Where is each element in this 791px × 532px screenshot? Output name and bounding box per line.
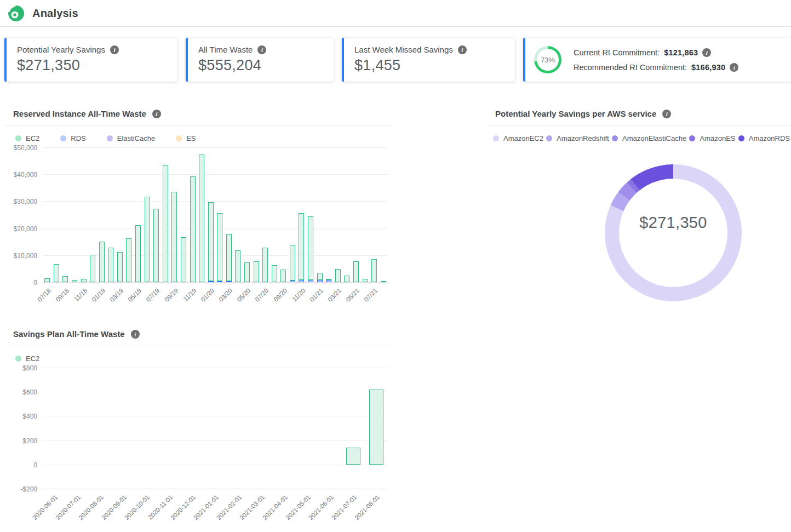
recommended-ri-commitment-row: Recommended RI Commitment: $166,930 i [574, 63, 738, 72]
bar-segment-ec2 [371, 259, 377, 282]
bar-segment-ec2 [344, 276, 349, 282]
bar-segment-ec2 [126, 238, 131, 282]
x-axis-tick-label: 05/19 [127, 287, 143, 303]
legend-dot [738, 135, 744, 141]
legend-item-amazones[interactable]: AmazonES [689, 134, 735, 142]
bar-2020-06-01 [43, 368, 66, 465]
bar-03/19 [116, 147, 125, 282]
bar-2020-09-01 [112, 368, 135, 465]
info-icon[interactable]: i [152, 110, 161, 118]
stat-card-potential-yearly-savings: Potential Yearly Savings i $271,350 [4, 38, 177, 82]
ri-chart-legend: EC2RDSElastiCacheES [5, 126, 393, 147]
bar-segment-ec2 [117, 252, 123, 282]
x-axis-tick-label: 01/20 [199, 287, 215, 303]
info-icon[interactable]: i [662, 110, 671, 118]
bar-segment-ec2 [262, 248, 268, 283]
bar-07/20 [261, 147, 270, 282]
bar-10/18 [70, 147, 79, 282]
bar-segment-ec2 [308, 216, 313, 280]
legend-item-ec2[interactable]: EC2 [15, 134, 39, 142]
legend-item-rds[interactable]: RDS [60, 134, 85, 142]
x-axis-tick-label: 11/20 [291, 287, 306, 302]
info-icon[interactable]: i [131, 330, 140, 339]
legend-dot [546, 135, 552, 141]
donut-chart-legend: AmazonEC2AmazonRedshiftAmazonElastiCache… [488, 126, 791, 147]
stat-card-label: Potential Yearly Savings [17, 45, 105, 54]
legend-label: RDS [71, 134, 85, 142]
legend-item-amazonec2[interactable]: AmazonEC2 [493, 134, 543, 142]
stat-cards-row: Potential Yearly Savings i $271,350 All … [0, 27, 791, 82]
x-axis-tick-label: 09/20 [272, 287, 288, 303]
legend-label: EC2 [26, 134, 39, 142]
legend-item-amazonredshift[interactable]: AmazonRedshift [546, 134, 609, 142]
bar-2020-11-01 [158, 368, 181, 465]
x-axis-tick-label: 05/20 [236, 287, 252, 303]
legend-dot [612, 135, 618, 141]
ri-waste-chart-section: Reserved Instance All-Time Waste i EC2RD… [5, 109, 393, 313]
bar-2021-07-01 [342, 368, 365, 465]
current-ri-commitment-value: $121,863 [664, 48, 698, 57]
info-icon[interactable]: i [110, 45, 119, 54]
info-icon[interactable]: i [702, 48, 711, 57]
sp-chart-legend: EC2 [5, 346, 393, 368]
bar-segment-ec2 [346, 448, 360, 465]
legend-item-amazonelasticache[interactable]: AmazonElastiCache [612, 134, 686, 142]
legend-item-ec2[interactable]: EC2 [15, 354, 39, 363]
bar-segment-ec2 [145, 197, 150, 282]
x-axis-tick-label: 07/20 [254, 287, 270, 303]
bar-05/19 [134, 147, 143, 282]
brand-logo[interactable] [8, 5, 25, 22]
legend-dot [176, 135, 182, 141]
legend-item-amazonrds[interactable]: AmazonRDS [738, 134, 790, 142]
recommended-ri-commitment-value: $166,930 [691, 63, 725, 72]
legend-item-elasticache[interactable]: ElastiCache [107, 134, 155, 142]
x-axis-tick-label: 01/19 [90, 287, 106, 303]
app-header: Analysis [0, 0, 791, 27]
bar-2021-08-01 [365, 368, 388, 465]
chart-title: Potential Yearly Savings per AWS service [495, 109, 656, 118]
current-ri-commitment-row: Current RI Commitment: $121,863 i [574, 48, 738, 57]
bar-06/19 [142, 147, 152, 282]
bar-09/19 [170, 147, 179, 282]
bar-06/20 [251, 147, 261, 282]
x-axis-tick-label: 03/20 [218, 287, 234, 303]
x-axis-tick-label: 03/21 [326, 287, 342, 303]
bar-11/20 [297, 147, 306, 282]
bar-04/19 [124, 147, 134, 282]
info-icon[interactable]: i [730, 63, 738, 72]
bar-03/20 [225, 147, 234, 282]
y-axis-tick-label: $10,000 [14, 252, 37, 260]
bar-07/19 [152, 147, 161, 282]
bar-01/20 [206, 147, 215, 282]
legend-label: AmazonElastiCache [622, 134, 686, 142]
bar-02/20 [215, 147, 225, 282]
bar-2021-02-01 [227, 368, 250, 465]
bar-segment-ec2 [108, 248, 113, 282]
bar-08/19 [161, 147, 170, 282]
legend-label: ES [186, 134, 196, 142]
analysis-dashboard: Analysis Potential Yearly Savings i $271… [0, 0, 791, 532]
bar-segment-ec2 [244, 262, 250, 282]
bar-03/21 [334, 147, 343, 282]
bar-08/18 [52, 147, 61, 282]
x-axis-tick-label: 09/19 [163, 287, 179, 303]
bar-segment-ec2 [135, 225, 141, 282]
recommended-ri-commitment-label: Recommended RI Commitment: [574, 63, 687, 72]
y-axis-tick-label: $20,000 [14, 225, 37, 233]
legend-label: AmazonEC2 [503, 134, 543, 142]
bar-segment-ec2 [335, 269, 341, 282]
x-axis-tick-label: 07/18 [36, 287, 52, 303]
info-icon[interactable]: i [458, 45, 467, 54]
bar-segment-ec2 [181, 237, 186, 282]
savings-donut-chart: $271,350 [605, 164, 742, 301]
legend-label: AmazonES [700, 134, 735, 142]
x-axis-tick-label: 11/18 [73, 287, 88, 302]
y-axis-tick-label: 0 [33, 279, 37, 287]
bar-07/18 [43, 147, 52, 282]
legend-item-es[interactable]: ES [176, 134, 196, 142]
info-icon[interactable]: i [257, 45, 266, 54]
y-axis-tick-label: $30,000 [14, 198, 37, 205]
bar-2021-01-01 [204, 368, 227, 465]
bar-01/19 [97, 147, 106, 282]
bar-10/19 [179, 147, 188, 282]
